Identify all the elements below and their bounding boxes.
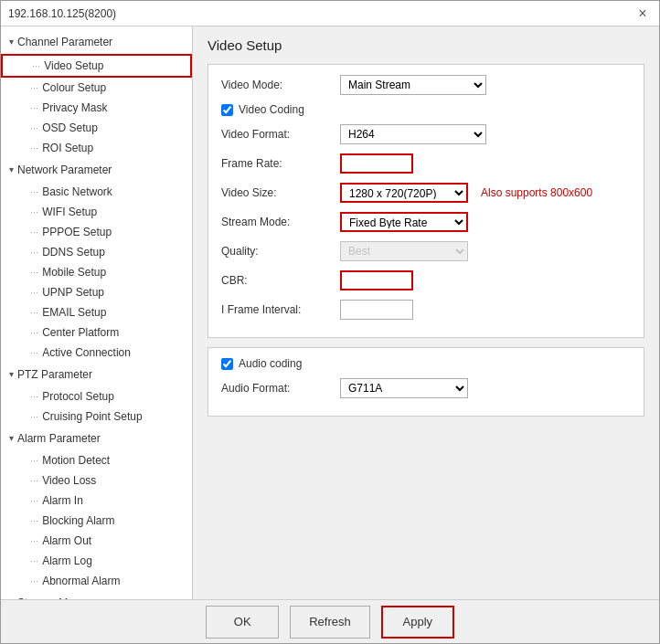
sidebar-item-abnormal-alarm[interactable]: ···Abnormal Alarm [1, 571, 192, 591]
quality-label: Quality: [221, 245, 340, 258]
sidebar-item-alarm-in[interactable]: ···Alarm In [1, 491, 192, 511]
stream-mode-row: Stream Mode: Fixed Byte Rate [221, 211, 631, 233]
sidebar-item-video-loss[interactable]: ···Video Loss [1, 470, 192, 491]
cbr-row: CBR: 512 [221, 269, 631, 291]
video-coding-checkbox-row: Video Coding [221, 103, 631, 116]
sidebar-item-blocking-alarm[interactable]: ···Blocking Alarm [1, 511, 192, 531]
apply-button[interactable]: Apply [381, 606, 454, 639]
sidebar-item-video-setup[interactable]: ···Video Setup [1, 54, 192, 78]
title-bar: 192.168.10.125(8200) × [1, 1, 659, 26]
window-title: 192.168.10.125(8200) [8, 7, 116, 20]
sidebar-item-mobile-setup[interactable]: ···Mobile Setup [1, 262, 192, 282]
video-size-label: Video Size: [221, 186, 340, 199]
iframe-label: I Frame Interval: [221, 303, 340, 316]
ok-button[interactable]: OK [206, 606, 279, 639]
sidebar-item-ddns-setup[interactable]: ···DDNS Setup [1, 242, 192, 262]
sidebar-group-channel[interactable]: ▾ Channel Parameter [1, 30, 192, 54]
content-panel: Video Setup Video Mode: Main Stream Vide… [193, 26, 659, 599]
sidebar-item-email-setup[interactable]: ···EMAIL Setup [1, 302, 192, 322]
video-mode-label: Video Mode: [221, 79, 340, 91]
audio-coding-checkbox-label: Audio coding [239, 357, 302, 370]
page-title: Video Setup [208, 37, 644, 53]
sidebar-item-cruising-point[interactable]: ···Cruising Point Setup [1, 406, 192, 427]
group-label-alarm: Alarm Parameter [17, 430, 101, 447]
video-format-field: H264 [340, 124, 631, 144]
sidebar-item-upnp-setup[interactable]: ···UPNP Setup [1, 282, 192, 302]
audio-format-row: Audio Format: G711A [221, 377, 631, 399]
iframe-row: I Frame Interval: 6 [221, 299, 631, 321]
video-size-field: 1280 x 720(720P) Also supports 800x600 [340, 183, 631, 203]
sidebar-item-colour-setup[interactable]: ···Colour Setup [1, 78, 192, 98]
quality-select[interactable]: Best [340, 241, 468, 261]
sidebar-group-alarm[interactable]: ▾ Alarm Parameter [1, 427, 192, 450]
stream-mode-field: Fixed Byte Rate [340, 212, 631, 232]
video-size-note: Also supports 800x600 [481, 186, 592, 199]
video-coding-checkbox-label: Video Coding [239, 103, 304, 116]
video-mode-select[interactable]: Main Stream [340, 75, 486, 95]
sidebar-item-privacy-mask[interactable]: ···Privacy Mask [1, 98, 192, 118]
group-label-network: Network Parameter [17, 162, 112, 178]
iframe-field: 6 [340, 300, 631, 320]
iframe-input[interactable]: 6 [340, 300, 413, 320]
video-coding-section: Video Mode: Main Stream Video Coding Vid… [208, 64, 644, 338]
sidebar-item-roi-setup[interactable]: ···ROI Setup [1, 138, 192, 158]
expander-alarm-icon: ▾ [5, 430, 17, 447]
main-content: ▾ Channel Parameter ···Video Setup ···Co… [1, 26, 659, 599]
video-coding-checkbox[interactable] [221, 104, 233, 116]
sidebar-group-network[interactable]: ▾ Network Parameter [1, 158, 192, 182]
frame-rate-row: Frame Rate: 3 [221, 153, 631, 174]
sidebar-item-alarm-log[interactable]: ···Alarm Log [1, 551, 192, 571]
expander-icon: ▾ [5, 34, 17, 50]
sidebar-item-osd-setup[interactable]: ···OSD Setup [1, 118, 192, 138]
frame-rate-field: 3 [340, 153, 631, 174]
sidebar-item-wifi-setup[interactable]: ···WIFI Setup [1, 202, 192, 222]
group-label-ptz: PTZ Parameter [17, 366, 92, 383]
audio-coding-section: Audio coding Audio Format: G711A [208, 347, 644, 417]
sidebar-item-motion-detect[interactable]: ···Motion Detect [1, 450, 192, 470]
quality-row: Quality: Best [221, 240, 631, 262]
video-format-label: Video Format: [221, 128, 340, 141]
sidebar-item-active-connection[interactable]: ···Active Connection [1, 343, 192, 363]
main-window: 192.168.10.125(8200) × ▾ Channel Paramet… [0, 0, 660, 644]
stream-mode-select[interactable]: Fixed Byte Rate [340, 212, 468, 232]
cbr-input[interactable]: 512 [340, 270, 413, 290]
refresh-button[interactable]: Refresh [290, 606, 370, 639]
frame-rate-label: Frame Rate: [221, 157, 340, 170]
sidebar-item-protocol-setup[interactable]: ···Protocol Setup [1, 386, 192, 406]
sidebar: ▾ Channel Parameter ···Video Setup ···Co… [1, 26, 193, 599]
expander-network-icon: ▾ [5, 162, 17, 178]
close-button[interactable]: × [633, 5, 652, 23]
expander-ptz-icon: ▾ [5, 366, 17, 383]
bottom-bar: OK Refresh Apply [1, 599, 659, 643]
audio-format-label: Audio Format: [221, 382, 340, 395]
sidebar-group-storage[interactable]: ▾ Storage Manage [1, 591, 192, 599]
quality-field: Best [340, 241, 631, 261]
stream-mode-label: Stream Mode: [221, 216, 340, 228]
video-format-select[interactable]: H264 [340, 124, 486, 144]
sidebar-item-center-platform[interactable]: ···Center Platform [1, 322, 192, 343]
sidebar-item-alarm-out[interactable]: ···Alarm Out [1, 531, 192, 551]
sidebar-group-ptz[interactable]: ▾ PTZ Parameter [1, 363, 192, 386]
cbr-label: CBR: [221, 274, 340, 287]
video-mode-field: Main Stream [340, 75, 631, 95]
sidebar-item-basic-network[interactable]: ···Basic Network [1, 182, 192, 202]
audio-format-field: G711A [340, 378, 631, 398]
sidebar-item-pppoe-setup[interactable]: ···PPPOE Setup [1, 222, 192, 242]
video-size-select[interactable]: 1280 x 720(720P) [340, 183, 468, 203]
video-size-row: Video Size: 1280 x 720(720P) Also suppor… [221, 182, 631, 204]
audio-coding-checkbox-row: Audio coding [221, 357, 631, 370]
group-label-channel: Channel Parameter [17, 34, 112, 50]
audio-coding-checkbox[interactable] [221, 358, 233, 370]
audio-format-select[interactable]: G711A [340, 378, 468, 398]
video-format-row: Video Format: H264 [221, 123, 631, 145]
frame-rate-input[interactable]: 3 [340, 153, 413, 174]
cbr-field: 512 [340, 270, 631, 290]
video-mode-row: Video Mode: Main Stream [221, 74, 631, 96]
